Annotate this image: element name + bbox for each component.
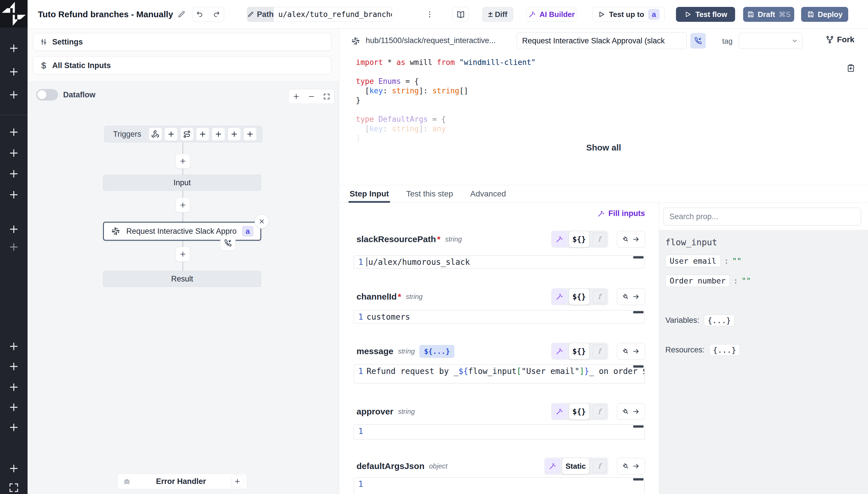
prop-key-chip[interactable]: User email	[665, 255, 721, 267]
fit-view-icon[interactable]	[323, 93, 330, 100]
slack-approval-step-node[interactable]: Request Interactive Slack Approval (... …	[103, 222, 261, 241]
sidebar-item-favorites[interactable]	[0, 64, 27, 80]
trigger-schedule-button[interactable]	[164, 128, 178, 141]
copy-code-icon[interactable]	[846, 63, 855, 73]
sidebar-item-search[interactable]	[0, 87, 27, 103]
function-mode-button[interactable]: f	[593, 345, 606, 358]
dollar-icon: $	[40, 61, 48, 70]
line-number: 1	[354, 366, 367, 376]
test-up-to-button[interactable]: Test up to a	[592, 7, 665, 22]
template-string-badge[interactable]: ${...}	[419, 345, 454, 358]
trigger-webhook-button[interactable]	[149, 128, 162, 141]
code-editor[interactable]: import * as wmill from "windmill-client"…	[356, 58, 536, 143]
deploy-button[interactable]: Deploy	[801, 7, 848, 22]
field-editor-channelId[interactable]: 1customers	[354, 310, 645, 323]
settings-card[interactable]: Settings	[33, 33, 331, 51]
sidebar-item-user[interactable]	[0, 338, 27, 355]
sidebar-item-ai[interactable]	[0, 379, 27, 395]
suspend-approval-button[interactable]	[690, 33, 706, 49]
path-button[interactable]: Path u/alex/tuto_refund_branches_	[247, 7, 392, 22]
field-editor-message[interactable]: 1Refund request by _${flow_input["User e…	[354, 364, 645, 383]
docs-button[interactable]	[452, 7, 469, 22]
add-step-button[interactable]	[175, 197, 190, 212]
field-editor-defaultArgsJson[interactable]: 1	[354, 477, 645, 494]
add-step-button[interactable]	[175, 247, 190, 262]
sidebar-item-variables[interactable]	[0, 166, 27, 182]
zoom-in-icon[interactable]	[293, 93, 300, 100]
sidebar-item-home[interactable]	[0, 124, 27, 140]
mode-static-button[interactable]: Static	[562, 458, 589, 474]
tab-test-this-step[interactable]: Test this step	[406, 185, 453, 203]
resources-chip[interactable]: {...}	[709, 344, 740, 356]
sidebar-item-folders[interactable]	[0, 399, 27, 415]
more-menu-button[interactable]	[426, 7, 434, 22]
sidebar-item-resources[interactable]	[0, 187, 27, 203]
ai-fill-button[interactable]	[552, 343, 567, 359]
ai-builder-button[interactable]: AI Builder	[527, 7, 576, 22]
result-node[interactable]: Result	[103, 271, 261, 287]
sidebar-item-audit-logs[interactable]	[0, 419, 27, 435]
field-editor-approver[interactable]: 1	[354, 424, 645, 439]
mode-template-button[interactable]: ${}	[569, 343, 589, 359]
tab-advanced[interactable]: Advanced	[470, 185, 506, 203]
add-error-handler-button[interactable]	[231, 475, 244, 488]
suspend-approval-indicator[interactable]	[220, 235, 236, 251]
diff-button[interactable]: ±Diff	[482, 7, 513, 22]
trigger-poll-button[interactable]	[243, 128, 257, 141]
ai-fill-button[interactable]	[552, 289, 567, 304]
tag-select[interactable]	[739, 33, 803, 49]
undo-button[interactable]	[192, 7, 208, 21]
connect-input-button[interactable]	[617, 403, 645, 420]
function-mode-button[interactable]: f	[593, 233, 606, 246]
add-step-button[interactable]	[175, 154, 190, 169]
required-asterisk: *	[398, 292, 401, 302]
mode-template-button[interactable]: ${}	[569, 231, 589, 247]
dataflow-toggle[interactable]	[36, 89, 58, 100]
sidebar-item-help[interactable]	[0, 460, 27, 476]
trigger-route-button[interactable]	[180, 128, 194, 141]
sidebar-item-add[interactable]	[0, 239, 27, 255]
connect-input-button[interactable]	[617, 458, 645, 474]
variables-chip[interactable]: {...}	[704, 315, 734, 326]
fill-inputs-button[interactable]: Fill inputs	[597, 209, 645, 218]
triggers-node[interactable]: Triggers	[104, 126, 262, 142]
ai-fill-button[interactable]	[545, 458, 560, 474]
step-name-input[interactable]	[517, 33, 687, 49]
sidebar-item-settings[interactable]	[0, 358, 27, 375]
ai-fill-button[interactable]	[552, 231, 567, 247]
search-prop-input[interactable]	[663, 208, 861, 226]
fork-button[interactable]: Fork	[826, 35, 854, 44]
sidebar-item-workspace[interactable]	[0, 40, 27, 56]
error-handler-node[interactable]: Error Handler	[117, 474, 247, 489]
redo-button[interactable]	[208, 7, 224, 21]
field-editor-slackResourcePath[interactable]: 1u/alex/humorous_slack	[354, 255, 645, 268]
sidebar-item-runs[interactable]	[0, 145, 27, 161]
show-all-button[interactable]: Show all	[586, 143, 621, 152]
function-mode-button[interactable]: f	[593, 405, 606, 418]
ai-fill-button[interactable]	[552, 404, 567, 419]
connect-input-button[interactable]	[617, 343, 645, 360]
function-mode-button[interactable]: f	[593, 290, 606, 303]
delete-step-button[interactable]	[255, 214, 269, 229]
prop-key-chip[interactable]: Order number	[665, 274, 730, 287]
zoom-out-icon[interactable]	[308, 93, 315, 100]
input-node[interactable]: Input	[103, 175, 261, 191]
all-static-inputs-card[interactable]: $ All Static Inputs	[33, 57, 331, 74]
windmill-logo-icon[interactable]	[0, 0, 27, 27]
connect-input-button[interactable]	[617, 231, 645, 248]
mode-template-button[interactable]: ${}	[569, 289, 589, 305]
connect-input-button[interactable]	[617, 288, 645, 305]
edit-title-pencil-icon[interactable]	[177, 10, 186, 19]
trigger-email-button[interactable]	[228, 128, 241, 141]
mode-template-button[interactable]: ${}	[569, 403, 589, 420]
function-mode-button[interactable]: f	[593, 459, 606, 473]
sidebar-item-expand[interactable]	[0, 480, 27, 494]
tab-step-input[interactable]: Step Input	[350, 185, 389, 203]
trigger-kafka-button[interactable]	[212, 128, 225, 141]
trigger-websocket-button[interactable]	[196, 128, 209, 141]
test-flow-button[interactable]: Test flow	[676, 7, 735, 22]
draft-button[interactable]: Draft⌘S	[743, 7, 794, 22]
sidebar-item-schedules[interactable]	[0, 221, 27, 237]
play-icon	[598, 11, 605, 18]
flow-canvas[interactable]: Dataflow Triggers Input Request Interact…	[27, 82, 339, 494]
